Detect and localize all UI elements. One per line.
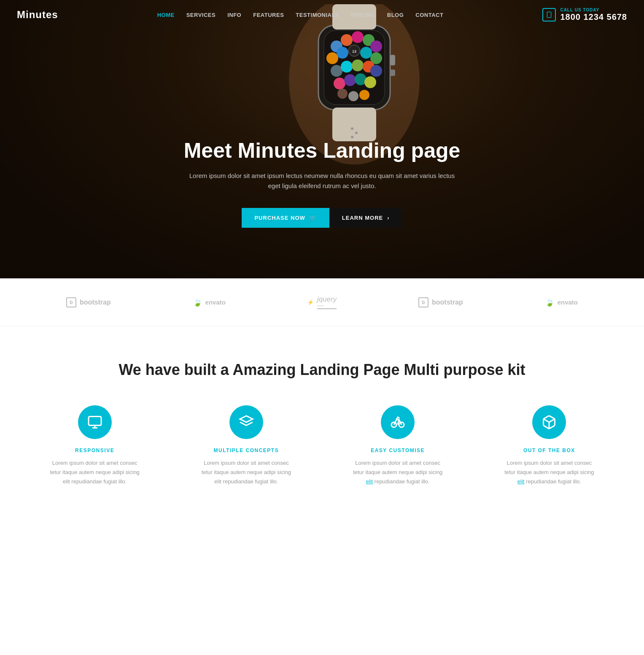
envato-label-2: envato bbox=[558, 299, 578, 306]
logo-envato-2: 🍃 envato bbox=[545, 298, 578, 307]
bootstrap-label-1: Bootstrap bbox=[80, 299, 111, 306]
jquery-underline: ~~~ bbox=[317, 304, 337, 309]
nav-link-home[interactable]: HOME bbox=[157, 12, 175, 18]
svg-text:13: 13 bbox=[352, 49, 356, 54]
nav-item-home[interactable]: HOME bbox=[157, 11, 175, 19]
box-icon bbox=[542, 415, 557, 430]
nav-item-pricing[interactable]: PRICING bbox=[351, 11, 375, 19]
nav-link-features[interactable]: FEATURES bbox=[253, 12, 284, 18]
nav-item-services[interactable]: SERVICES bbox=[186, 11, 216, 19]
svg-point-20 bbox=[341, 61, 353, 73]
nav-list: HOME SERVICES INFO FEATURES TESTIMONIALS… bbox=[157, 11, 444, 19]
site-header: Minutes HOME SERVICES INFO FEATURES TEST… bbox=[0, 0, 644, 30]
jquery-label: jQuery bbox=[317, 295, 337, 304]
svg-point-28 bbox=[337, 89, 348, 99]
call-us-label: CALL US TODAY bbox=[560, 8, 627, 12]
nav-item-info[interactable]: INFO bbox=[227, 11, 241, 19]
svg-point-27 bbox=[364, 76, 376, 88]
box-icon-circle bbox=[532, 405, 566, 439]
nav-link-testimonials[interactable]: TESTIMONIALS bbox=[296, 12, 339, 18]
svg-rect-36 bbox=[89, 416, 101, 425]
nav-link-info[interactable]: INFO bbox=[227, 12, 241, 18]
features-section: We have built a Amazing Landing Page Mul… bbox=[0, 326, 644, 512]
svg-point-15 bbox=[360, 47, 372, 59]
svg-point-24 bbox=[334, 78, 345, 89]
learn-more-button[interactable]: LEARN MORE › bbox=[329, 208, 402, 228]
features-title: We have built a Amazing Landing Page Mul… bbox=[25, 360, 619, 380]
bootstrap-icon-2: B bbox=[418, 297, 428, 307]
concepts-desc: Lorem ipsum dolor sit amet consec tetur … bbox=[200, 458, 293, 486]
box-desc: Lorem ipsum dolor sit amet consec tetur … bbox=[503, 458, 595, 486]
svg-rect-0 bbox=[547, 12, 551, 17]
box-highlight: elit bbox=[517, 478, 525, 485]
box-label: OUT OF THE BOX bbox=[523, 447, 575, 453]
svg-point-11 bbox=[370, 40, 382, 52]
hero-buttons: PURCHASE NOW 🛒 LEARN MORE › bbox=[183, 208, 461, 228]
bike-icon bbox=[390, 415, 405, 430]
logos-strip: B Bootstrap 🍃 envato ⚡ jQuery ~~~ B Boot… bbox=[0, 278, 644, 326]
customise-icon-circle bbox=[381, 405, 415, 439]
svg-point-25 bbox=[344, 74, 356, 86]
svg-point-21 bbox=[352, 59, 364, 71]
nav-item-testimonials[interactable]: TESTIMONIALS bbox=[296, 11, 339, 19]
main-nav: HOME SERVICES INFO FEATURES TESTIMONIALS… bbox=[157, 11, 444, 19]
svg-point-12 bbox=[326, 52, 338, 64]
responsive-label: RESPONSIVE bbox=[75, 447, 114, 453]
feature-out-of-box: OUT OF THE BOX Lorem ipsum dolor sit ame… bbox=[503, 405, 595, 486]
svg-rect-32 bbox=[332, 108, 376, 141]
nav-link-contact[interactable]: CONTACT bbox=[415, 12, 443, 18]
svg-point-30 bbox=[359, 90, 369, 100]
nav-link-services[interactable]: SERVICES bbox=[186, 12, 216, 18]
nav-item-blog[interactable]: BLOG bbox=[387, 11, 404, 19]
monitor-icon bbox=[87, 415, 102, 430]
chevron-right-icon: › bbox=[387, 215, 389, 221]
phone-number[interactable]: 1800 1234 5678 bbox=[560, 12, 627, 22]
svg-point-13 bbox=[337, 47, 348, 59]
learn-more-label: LEARN MORE bbox=[342, 215, 383, 221]
svg-point-23 bbox=[370, 65, 382, 77]
nav-link-pricing[interactable]: PRICING bbox=[351, 12, 375, 18]
purchase-button[interactable]: PURCHASE NOW 🛒 bbox=[242, 208, 329, 228]
svg-point-29 bbox=[348, 91, 358, 101]
envato-leaf-icon-2: 🍃 bbox=[545, 298, 554, 307]
bootstrap-icon-1: B bbox=[66, 297, 76, 307]
phone-text: CALL US TODAY 1800 1234 5678 bbox=[560, 8, 627, 22]
layers-icon bbox=[239, 415, 254, 430]
customise-label: EASY CUSTOMISE bbox=[371, 447, 425, 453]
logo-bootstrap-1: B Bootstrap bbox=[66, 297, 111, 307]
logo-bootstrap-2: B Bootstrap bbox=[418, 297, 463, 307]
concepts-icon-circle bbox=[229, 405, 263, 439]
svg-point-35 bbox=[351, 136, 353, 138]
svg-point-8 bbox=[341, 34, 353, 46]
hero-section: 13 bbox=[0, 0, 644, 278]
cart-icon: 🛒 bbox=[310, 215, 317, 221]
svg-point-33 bbox=[351, 127, 353, 130]
hero-content: Meet Minutes Landing page Lorem ipsum do… bbox=[175, 139, 470, 228]
logo-jquery: ⚡ jQuery ~~~ bbox=[307, 295, 337, 309]
nav-item-features[interactable]: FEATURES bbox=[253, 11, 284, 19]
feature-multiple-concepts: MULTIPLE CONCEPTS Lorem ipsum dolor sit … bbox=[200, 405, 293, 486]
hero-title: Meet Minutes Landing page bbox=[183, 139, 461, 162]
svg-point-34 bbox=[355, 132, 358, 134]
feature-easy-customise: EASY CUSTOMISE Lorem ipsum dolor sit ame… bbox=[351, 405, 444, 486]
bootstrap-label-2: Bootstrap bbox=[432, 299, 463, 306]
phone-block: CALL US TODAY 1800 1234 5678 bbox=[542, 8, 627, 22]
customise-highlight: elit bbox=[366, 478, 373, 485]
site-logo[interactable]: Minutes bbox=[17, 9, 58, 21]
features-grid: RESPONSIVE Lorem ipsum dolor sit amet co… bbox=[25, 405, 619, 486]
responsive-icon-circle bbox=[78, 405, 112, 439]
customise-desc: Lorem ipsum dolor sit amet consec tetur … bbox=[351, 458, 444, 486]
logo-envato-1: 🍃 envato bbox=[193, 298, 226, 307]
svg-marker-39 bbox=[240, 416, 253, 422]
svg-rect-5 bbox=[390, 55, 395, 65]
svg-rect-6 bbox=[390, 70, 395, 76]
responsive-desc: Lorem ipsum dolor sit amet consec tetur … bbox=[49, 458, 141, 486]
concepts-label: MULTIPLE CONCEPTS bbox=[214, 447, 279, 453]
nav-item-contact[interactable]: CONTACT bbox=[415, 11, 443, 19]
svg-point-19 bbox=[331, 65, 342, 77]
purchase-button-label: PURCHASE NOW bbox=[254, 215, 305, 221]
hero-subtitle: Lorem ipsum dolor sit amet ipsum lectus … bbox=[183, 171, 461, 191]
nav-link-blog[interactable]: BLOG bbox=[387, 12, 404, 18]
jquery-icon: ⚡ bbox=[307, 299, 314, 305]
envato-leaf-icon-1: 🍃 bbox=[193, 298, 202, 307]
